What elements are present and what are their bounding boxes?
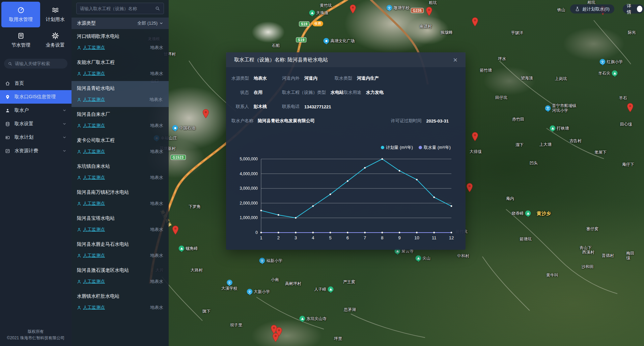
map-label-text: 高树坪村 xyxy=(285,282,301,286)
map-marker[interactable] xyxy=(472,132,478,143)
keyword-search-input[interactable] xyxy=(15,61,62,66)
monitor-type-link[interactable]: 人工监测点 xyxy=(77,149,105,155)
water-source-label: 地表水 xyxy=(150,45,163,51)
mountain-icon xyxy=(309,10,315,16)
sidebar-item-water-users[interactable]: 取水户 xyxy=(0,104,72,117)
monitor-type-label: 人工监测点 xyxy=(83,252,105,259)
station-name: 东坑镇自来水站 xyxy=(77,163,163,169)
map-label-text: 小南 xyxy=(271,277,279,282)
station-list-item[interactable]: 陆河县南万镇杞洋水电站 人工监测点 地表水 xyxy=(76,185,164,211)
sidebar-item-billing[interactable]: 水资源计费 xyxy=(0,144,72,158)
monitor-type-link[interactable]: 人工监测点 xyxy=(77,278,105,285)
station-search-box[interactable] xyxy=(76,3,164,14)
app-tile-water-saving[interactable]: 节水管理 xyxy=(1,27,40,53)
map-marker[interactable] xyxy=(172,225,179,236)
field-label: 河道内外 xyxy=(282,75,300,81)
monitor-type-label: 人工监测点 xyxy=(83,71,105,77)
map-label-text: 烧香嶂 xyxy=(512,211,524,216)
monitor-type-label: 人工监测点 xyxy=(83,278,105,285)
station-list-item[interactable]: 陆河县青砼水电站 人工监测点 地表水 xyxy=(72,81,169,107)
map-label-text: 芋陂洋 xyxy=(511,31,523,35)
station-list-item[interactable]: 东坑镇自来水站 人工监测点 地表水 xyxy=(76,159,164,185)
monitor-type-link[interactable]: 人工监测点 xyxy=(77,45,105,51)
map-label: 田心缐 xyxy=(620,122,632,127)
map-label: 上岗坑 xyxy=(555,77,567,81)
sidebar-item-intake-settings[interactable]: 取水设置 xyxy=(0,117,72,131)
svg-text:1,000,000: 1,000,000 xyxy=(240,215,258,220)
app-tile-planned-water[interactable]: 计划用水 xyxy=(40,2,70,27)
station-list-item[interactable]: 陆河县宝塔水电站 人工监测点 地表水 xyxy=(76,211,164,237)
svg-text:4,000,000: 4,000,000 xyxy=(240,171,258,176)
search-icon[interactable] xyxy=(155,6,160,11)
monitor-type-link[interactable]: 人工监测点 xyxy=(77,201,105,207)
close-icon[interactable]: × xyxy=(453,57,457,63)
map-label-text: 大排缐 xyxy=(470,150,482,154)
app-tile-settings[interactable]: 业务设置 xyxy=(40,27,70,53)
road-shield: S19 xyxy=(296,37,306,43)
field-value: 在用 xyxy=(254,89,262,96)
map-marker[interactable] xyxy=(472,17,478,28)
filter-dropdown[interactable]: 全部 (125) xyxy=(137,20,163,26)
map-marker[interactable] xyxy=(272,333,279,344)
field-value: 水电站 xyxy=(331,89,344,96)
water-source-label: 地表水 xyxy=(150,278,163,285)
station-list-item[interactable]: 麦卡公司取水工程 人工监测点 地表水 xyxy=(76,133,164,159)
map-label-text: 打铁塘 xyxy=(557,126,569,131)
map-label: 溜下 xyxy=(515,143,524,148)
monitor-type-label: 人工监测点 xyxy=(83,227,105,233)
sidebar-item-intake-plan[interactable]: 取水计划 xyxy=(0,131,72,144)
map-marker[interactable] xyxy=(426,7,432,18)
monitor-type-link[interactable]: 人工监测点 xyxy=(77,304,105,311)
svg-text:1: 1 xyxy=(260,235,262,240)
map-label: 际光 xyxy=(628,30,636,35)
station-list-item[interactable]: 水唇镇水栏肚水电站 人工监测点 地表水 xyxy=(76,289,164,315)
monitor-type-link[interactable]: 人工监测点 xyxy=(77,252,105,259)
over-plan-alert-button[interactable]: 超计划取水(0) xyxy=(570,4,614,14)
map-label-text: 普德村 xyxy=(602,254,614,258)
sidebar-item-label: 取水户 xyxy=(15,107,29,113)
sidebar-item-label: 取水口GIS信息管理 xyxy=(15,94,56,100)
map-marker[interactable] xyxy=(627,103,634,114)
station-list-item[interactable]: 陆河县自来水厂 人工监测点 地表水 xyxy=(76,107,164,133)
sidebar-item-gis[interactable]: 取水口GIS信息管理 xyxy=(0,90,72,104)
station-search-input[interactable] xyxy=(80,6,155,11)
svg-text:12: 12 xyxy=(449,235,454,240)
station-list: 河口镇唱歌潭水电站 人工监测点 地表水 友能水厂取水工程 人工监测点 xyxy=(76,29,164,315)
map-label: 思茅湖 xyxy=(344,308,356,312)
person-icon xyxy=(77,72,81,76)
station-list-item[interactable]: 河口镇唱歌潭水电站 人工监测点 地表水 xyxy=(76,29,164,55)
map-marker[interactable] xyxy=(202,109,209,120)
map-label: 石船 xyxy=(272,44,280,48)
monitor-type-link[interactable]: 人工监测点 xyxy=(77,97,105,103)
toggle-knob-icon[interactable] xyxy=(637,6,642,12)
map-marker[interactable] xyxy=(349,4,356,15)
map-label: 螺角嶂 xyxy=(179,246,198,251)
monitor-type-link[interactable]: 人工监测点 xyxy=(77,227,105,233)
station-list-item[interactable]: 陆河县激石溪老区水电站 人工监测点 地表水 xyxy=(76,263,164,289)
station-list-item[interactable]: 陆河县水唇走马石水电站 人工监测点 地表水 xyxy=(76,237,164,263)
person-icon xyxy=(77,305,81,310)
map-label: 寨仔窝 xyxy=(586,227,598,232)
sidebar-item-label: 取水设置 xyxy=(15,121,33,127)
station-list-item[interactable]: 友能水厂取水工程 人工监测点 地表水 xyxy=(76,55,164,81)
app-tile-water-intake[interactable]: 取用水管理 xyxy=(1,2,40,27)
keyword-search-box[interactable] xyxy=(4,59,67,69)
sidebar-item-home[interactable]: 首页 xyxy=(0,77,72,90)
map-marker[interactable] xyxy=(466,183,473,194)
app-tile-label: 业务设置 xyxy=(46,42,65,48)
road-shield: G1523 xyxy=(171,155,186,160)
map-label-text: 坪里 xyxy=(334,337,342,341)
water-source-label: 地表水 xyxy=(150,252,163,259)
monitor-type-link[interactable]: 人工监测点 xyxy=(77,175,105,181)
field-label: 取水用途 xyxy=(344,89,361,96)
monitor-type-link[interactable]: 人工监测点 xyxy=(77,71,105,77)
map-label-text: 际光 xyxy=(628,30,636,35)
station-name: 麦卡公司取水工程 xyxy=(77,137,163,143)
detail-label: 详情 xyxy=(627,3,634,15)
map-label-text: 黄牛叫 xyxy=(546,273,558,278)
monitor-type-label: 人工监测点 xyxy=(83,123,105,129)
detail-toggle[interactable]: 详情 xyxy=(623,4,644,14)
map-label: 黄竹坑 xyxy=(320,3,332,8)
map-label: 坪里 xyxy=(334,337,342,341)
monitor-type-link[interactable]: 人工监测点 xyxy=(77,123,105,129)
